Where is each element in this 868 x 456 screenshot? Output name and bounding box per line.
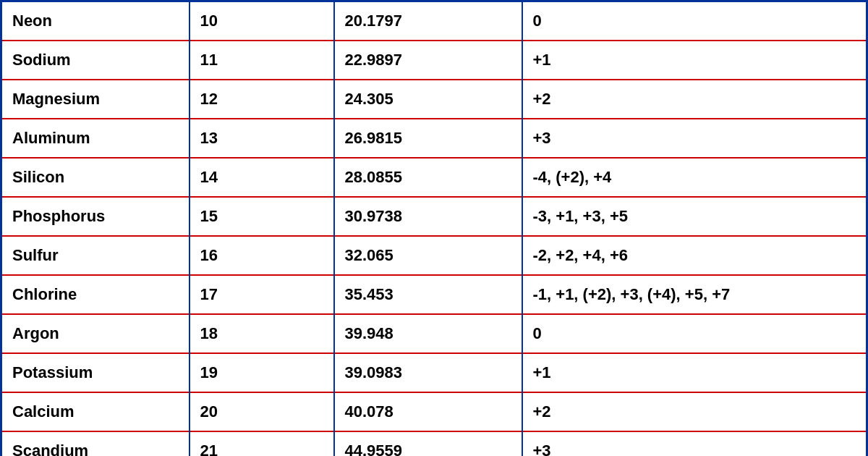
element-name: Phosphorus — [1, 197, 190, 236]
elements-table: Neon1020.17970Sodium1122.9897+1Magnesium… — [0, 0, 868, 456]
atomic-number: 18 — [190, 314, 334, 353]
atomic-number: 21 — [190, 431, 334, 457]
atomic-weight: 32.065 — [334, 236, 522, 275]
oxidation-states: +1 — [522, 353, 867, 392]
atomic-number: 13 — [190, 119, 334, 158]
atomic-weight: 39.0983 — [334, 353, 522, 392]
atomic-number: 19 — [190, 353, 334, 392]
oxidation-states: -3, +1, +3, +5 — [522, 197, 867, 236]
element-name: Scandium — [1, 431, 190, 457]
atomic-number: 15 — [190, 197, 334, 236]
element-name: Chlorine — [1, 275, 190, 314]
table-row: Aluminum1326.9815+3 — [1, 119, 867, 158]
element-name: Sulfur — [1, 236, 190, 275]
atomic-number: 17 — [190, 275, 334, 314]
oxidation-states: +3 — [522, 119, 867, 158]
oxidation-states: 0 — [522, 314, 867, 353]
table-row: Neon1020.17970 — [1, 1, 867, 41]
element-name: Argon — [1, 314, 190, 353]
oxidation-states: -2, +2, +4, +6 — [522, 236, 867, 275]
atomic-number: 20 — [190, 392, 334, 431]
oxidation-states: +1 — [522, 41, 867, 80]
atomic-weight: 30.9738 — [334, 197, 522, 236]
element-name: Aluminum — [1, 119, 190, 158]
atomic-weight: 24.305 — [334, 80, 522, 119]
atomic-number: 14 — [190, 158, 334, 197]
oxidation-states: +2 — [522, 80, 867, 119]
oxidation-states: 0 — [522, 1, 867, 41]
table-row: Chlorine1735.453-1, +1, (+2), +3, (+4), … — [1, 275, 867, 314]
table-row: Sodium1122.9897+1 — [1, 41, 867, 80]
atomic-number: 16 — [190, 236, 334, 275]
atomic-weight: 28.0855 — [334, 158, 522, 197]
oxidation-states: -4, (+2), +4 — [522, 158, 867, 197]
atomic-weight: 39.948 — [334, 314, 522, 353]
periodic-table-container: Neon1020.17970Sodium1122.9897+1Magnesium… — [0, 0, 868, 456]
atomic-weight: 20.1797 — [334, 1, 522, 41]
atomic-number: 12 — [190, 80, 334, 119]
table-row: Phosphorus1530.9738-3, +1, +3, +5 — [1, 197, 867, 236]
oxidation-states: +3 — [522, 431, 867, 457]
atomic-number: 11 — [190, 41, 334, 80]
table-row: Potassium1939.0983+1 — [1, 353, 867, 392]
table-row: Sulfur1632.065-2, +2, +4, +6 — [1, 236, 867, 275]
oxidation-states: -1, +1, (+2), +3, (+4), +5, +7 — [522, 275, 867, 314]
element-name: Calcium — [1, 392, 190, 431]
table-row: Scandium2144.9559+3 — [1, 431, 867, 457]
atomic-weight: 22.9897 — [334, 41, 522, 80]
atomic-weight: 35.453 — [334, 275, 522, 314]
element-name: Sodium — [1, 41, 190, 80]
oxidation-states: +2 — [522, 392, 867, 431]
element-name: Potassium — [1, 353, 190, 392]
element-name: Neon — [1, 1, 190, 41]
element-name: Magnesium — [1, 80, 190, 119]
table-row: Magnesium1224.305+2 — [1, 80, 867, 119]
atomic-weight: 40.078 — [334, 392, 522, 431]
element-name: Silicon — [1, 158, 190, 197]
atomic-number: 10 — [190, 1, 334, 41]
table-row: Silicon1428.0855-4, (+2), +4 — [1, 158, 867, 197]
atomic-weight: 26.9815 — [334, 119, 522, 158]
atomic-weight: 44.9559 — [334, 431, 522, 457]
table-row: Calcium2040.078+2 — [1, 392, 867, 431]
table-row: Argon1839.9480 — [1, 314, 867, 353]
